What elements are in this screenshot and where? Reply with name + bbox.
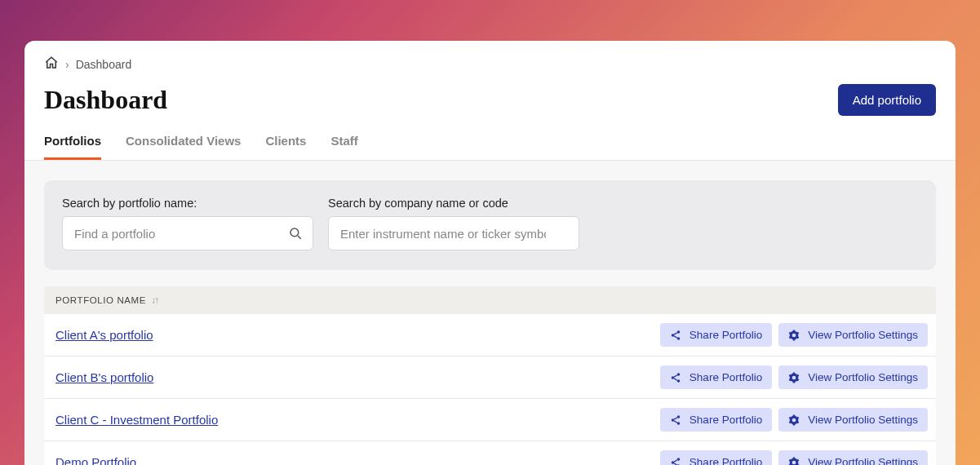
- row-actions: Share Portfolio View Portfolio Settings: [660, 365, 928, 389]
- view-settings-button[interactable]: View Portfolio Settings: [778, 323, 928, 347]
- svg-point-4: [677, 337, 681, 340]
- row-actions: Share Portfolio View Portfolio Settings: [660, 323, 928, 347]
- view-settings-button[interactable]: View Portfolio Settings: [778, 450, 928, 465]
- home-icon[interactable]: [44, 55, 59, 73]
- column-header-portfolio-name: PORTFOLIO NAME: [55, 295, 146, 305]
- table-header[interactable]: PORTFOLIO NAME ↓↑: [44, 286, 936, 314]
- share-portfolio-button[interactable]: Share Portfolio: [660, 450, 772, 465]
- portfolio-link[interactable]: Client C - Investment Portfolio: [55, 413, 218, 427]
- row-actions: Share Portfolio View Portfolio Settings: [660, 450, 928, 465]
- search-portfolio-input[interactable]: [63, 217, 313, 250]
- table-row: Client A's portfolio Share Portfolio Vie…: [44, 314, 936, 356]
- table-row: Demo Portfolio Share Portfolio View Port…: [44, 441, 936, 465]
- svg-point-9: [672, 418, 675, 422]
- svg-point-12: [672, 461, 675, 464]
- view-settings-label: View Portfolio Settings: [808, 329, 918, 341]
- add-portfolio-button[interactable]: Add portfolio: [838, 84, 936, 116]
- search-portfolio-input-wrap: [62, 216, 313, 250]
- share-icon: [670, 414, 681, 426]
- view-settings-label: View Portfolio Settings: [808, 371, 918, 383]
- tab-staff[interactable]: Staff: [330, 134, 357, 160]
- portfolio-link[interactable]: Client B's portfolio: [55, 370, 153, 384]
- svg-point-7: [677, 379, 681, 383]
- svg-point-5: [677, 373, 681, 376]
- view-settings-label: View Portfolio Settings: [808, 414, 918, 426]
- search-icon[interactable]: [288, 226, 303, 241]
- gear-icon: [788, 330, 800, 341]
- search-portfolio-label: Search by portfolio name:: [62, 197, 313, 210]
- dashboard-panel: › Dashboard Dashboard Add portfolio Port…: [24, 41, 956, 465]
- svg-point-8: [677, 415, 681, 418]
- view-settings-label: View Portfolio Settings: [808, 456, 918, 465]
- portfolio-link[interactable]: Demo Portfolio: [55, 455, 136, 465]
- page-title: Dashboard: [44, 85, 167, 115]
- tab-portfolios[interactable]: Portfolios: [44, 134, 101, 160]
- share-portfolio-label: Share Portfolio: [690, 414, 762, 426]
- gear-icon: [788, 414, 800, 426]
- table-row: Client B's portfolio Share Portfolio Vie…: [44, 356, 936, 399]
- tab-content: Search by portfolio name: Search by comp…: [24, 161, 956, 465]
- svg-point-6: [672, 376, 675, 379]
- view-settings-button[interactable]: View Portfolio Settings: [778, 408, 928, 432]
- tabs: Portfolios Consolidated Views Clients St…: [24, 134, 956, 161]
- share-portfolio-label: Share Portfolio: [690, 371, 762, 383]
- page-header: Dashboard Add portfolio: [44, 84, 936, 116]
- svg-point-11: [677, 458, 681, 461]
- portfolio-link[interactable]: Client A's portfolio: [55, 328, 153, 342]
- share-icon: [670, 457, 681, 466]
- search-company-group: Search by company name or code: [328, 197, 579, 250]
- share-icon: [670, 372, 681, 383]
- share-portfolio-label: Share Portfolio: [690, 329, 762, 341]
- chevron-right-icon: ›: [65, 58, 69, 71]
- search-company-label: Search by company name or code: [328, 197, 579, 210]
- sort-icon: ↓↑: [151, 294, 157, 306]
- tab-clients[interactable]: Clients: [265, 134, 306, 160]
- share-portfolio-label: Share Portfolio: [690, 456, 762, 465]
- gear-icon: [788, 457, 800, 466]
- search-company-input-wrap: [328, 216, 579, 250]
- svg-point-3: [672, 334, 675, 337]
- share-portfolio-button[interactable]: Share Portfolio: [660, 323, 772, 347]
- svg-line-1: [298, 236, 301, 239]
- breadcrumb: › Dashboard: [44, 55, 936, 73]
- search-portfolio-group: Search by portfolio name:: [62, 197, 313, 250]
- row-actions: Share Portfolio View Portfolio Settings: [660, 408, 928, 432]
- search-panel: Search by portfolio name: Search by comp…: [44, 180, 936, 270]
- search-company-input[interactable]: [329, 217, 579, 250]
- gear-icon: [788, 372, 800, 383]
- svg-point-2: [677, 330, 681, 334]
- view-settings-button[interactable]: View Portfolio Settings: [778, 365, 928, 389]
- share-portfolio-button[interactable]: Share Portfolio: [660, 365, 772, 389]
- breadcrumb-current: Dashboard: [76, 58, 132, 71]
- tab-consolidated-views[interactable]: Consolidated Views: [126, 134, 241, 160]
- svg-point-0: [290, 228, 299, 237]
- table-row: Client C - Investment Portfolio Share Po…: [44, 399, 936, 441]
- share-portfolio-button[interactable]: Share Portfolio: [660, 408, 772, 432]
- svg-point-10: [677, 422, 681, 425]
- share-icon: [670, 330, 681, 341]
- portfolio-table: PORTFOLIO NAME ↓↑ Client A's portfolio S…: [44, 286, 936, 465]
